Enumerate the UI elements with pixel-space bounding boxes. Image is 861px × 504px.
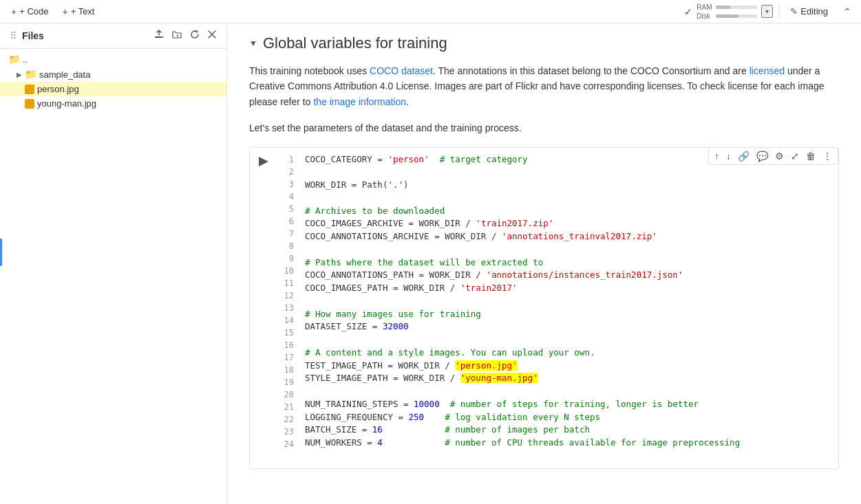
run-button-area <box>250 148 277 468</box>
code-line-12 <box>305 295 833 308</box>
code-line-22: BATCH_SIZE = 16 # number of images per b… <box>305 424 833 437</box>
tree-label-sample-data: sample_data <box>39 69 90 80</box>
disk-bar-fill <box>716 14 738 18</box>
code-line-13: # How many images use for training <box>305 308 833 321</box>
editing-label: Editing <box>800 6 828 17</box>
line-num-11: 11 <box>277 277 299 289</box>
code-line-19 <box>305 385 833 398</box>
resource-bars: RAM Disk <box>697 3 757 20</box>
add-text-button[interactable]: + + Text <box>56 3 100 20</box>
folder-arrow-sample-data: ▶ <box>17 71 22 78</box>
code-line-24 <box>305 450 833 463</box>
file-icon-young-man-jpg <box>25 99 34 109</box>
line-num-18: 18 <box>277 364 299 376</box>
add-code-button[interactable]: + + Code <box>6 3 54 20</box>
toolbar-left: + + Code + + Text <box>6 3 100 20</box>
code-line-17: TEST_IMAGE_PATH = WORK_DIR / 'person.jpg… <box>305 360 833 373</box>
line-num-2: 2 <box>277 166 299 178</box>
ram-label: RAM <box>697 3 713 11</box>
tree-label-parent: .. <box>23 54 28 65</box>
code-line-3: WORK_DIR = Path('.') <box>305 179 833 192</box>
code-line-7: COCO_ANNOTATIONS_ARCHIVE = WORK_DIR / 'a… <box>305 230 833 243</box>
code-line-6: COCO_IMAGES_ARCHIVE = WORK_DIR / 'train2… <box>305 217 833 230</box>
file-icon-person-jpg <box>25 85 34 94</box>
close-icon <box>207 30 217 39</box>
comment-button[interactable]: 💬 <box>754 149 771 163</box>
section-collapse-triangle[interactable]: ▼ <box>249 39 257 48</box>
delete-button[interactable]: 🗑 <box>803 149 818 163</box>
tree-item-person-jpg[interactable]: person.jpg <box>0 82 226 96</box>
line-num-15: 15 <box>277 327 299 339</box>
line-num-10: 10 <box>277 265 299 277</box>
line-num-6: 6 <box>277 215 299 228</box>
expand-button[interactable]: ⤢ <box>788 149 802 163</box>
run-cell-button[interactable] <box>255 153 272 170</box>
notebook-section: ▼ Global variables for training This tra… <box>227 23 861 485</box>
top-toolbar: + + Code + + Text ✓ RAM Disk <box>0 0 861 23</box>
code-editor[interactable]: COCO_CATEGORY = 'person' # target catego… <box>299 148 838 468</box>
line-num-19: 19 <box>277 376 299 388</box>
sidebar: ⠿ Files <box>0 23 227 504</box>
text-paragraph-2: Let's set the parameters of the dataset … <box>249 120 839 135</box>
image-information-link[interactable]: the image information <box>313 96 406 107</box>
settings-button[interactable]: ⚙ <box>772 149 787 163</box>
upload-file-button[interactable] <box>152 28 166 44</box>
new-folder-button[interactable] <box>170 28 184 44</box>
line-num-21: 21 <box>277 401 299 413</box>
code-line-20: NUM_TRAINING_STEPS = 10000 # number of s… <box>305 398 833 411</box>
line-num-7: 7 <box>277 228 299 240</box>
tree-item-sample-data[interactable]: ▶ 📁 sample_data <box>0 67 226 82</box>
editing-button[interactable]: ✎ Editing <box>785 3 833 19</box>
more-options-button[interactable]: ⋮ <box>820 149 835 163</box>
sidebar-header: ⠿ Files <box>0 23 226 49</box>
resource-dropdown-button[interactable]: ▾ <box>761 5 773 18</box>
code-cell: ↑ ↓ 🔗 💬 ⚙ ⤢ 🗑 ⋮ 1 <box>249 147 839 469</box>
code-line-18: STYLE_IMAGE_PATH = WORK_DIR / 'young-man… <box>305 372 833 385</box>
collapse-panel-button[interactable]: ⌃ <box>839 5 855 19</box>
line-num-4: 4 <box>277 190 299 203</box>
move-up-button[interactable]: ↑ <box>712 149 722 163</box>
tree-label-person-jpg: person.jpg <box>37 84 79 94</box>
code-line-23: NUM_WORKERS = 4 # number of CPU threads … <box>305 437 833 450</box>
disk-bar-track <box>716 14 757 18</box>
ram-disk-widget: ✓ RAM Disk ▾ <box>684 3 773 20</box>
ram-bar-track <box>716 6 757 9</box>
disk-label: Disk <box>697 12 713 20</box>
code-cell-body: 1 2 3 4 5 6 7 8 9 10 11 12 13 14 <box>250 148 838 468</box>
drag-handle-icon[interactable]: ⠿ <box>8 29 18 43</box>
line-num-9: 9 <box>277 252 299 265</box>
line-num-20: 20 <box>277 388 299 401</box>
refresh-button[interactable] <box>188 28 202 44</box>
disk-bar-row: Disk <box>697 12 757 20</box>
code-line-2 <box>305 166 833 179</box>
line-num-24: 24 <box>277 438 299 450</box>
close-sidebar-button[interactable] <box>206 28 218 44</box>
code-line-8 <box>305 243 833 256</box>
code-cell-toolbar: ↑ ↓ 🔗 💬 ⚙ ⤢ 🗑 ⋮ <box>708 147 838 165</box>
line-num-22: 22 <box>277 413 299 426</box>
text-end-link3: . <box>406 96 409 107</box>
sidebar-actions <box>152 28 218 44</box>
code-line-10: COCO_ANNOTATIONS_PATH = WORK_DIR / 'anno… <box>305 269 833 282</box>
code-line-4 <box>305 192 833 205</box>
add-text-label: + Text <box>71 6 95 17</box>
code-line-9: # Paths where the dataset will be extrac… <box>305 256 833 270</box>
coco-dataset-link[interactable]: COCO dataset <box>370 65 433 76</box>
code-line-11: COCO_IMAGES_PATH = WORK_DIR / 'train2017… <box>305 282 833 295</box>
move-down-button[interactable]: ↓ <box>723 149 734 163</box>
link-button[interactable]: 🔗 <box>735 149 752 163</box>
licensed-link[interactable]: licensed <box>750 65 785 76</box>
line-num-17: 17 <box>277 351 299 364</box>
refresh-icon <box>189 29 200 40</box>
ram-bar-fill <box>716 6 730 9</box>
run-triangle-icon <box>259 157 268 166</box>
sidebar-title: Files <box>22 30 44 41</box>
line-num-13: 13 <box>277 302 299 314</box>
tree-item-parent[interactable]: 📁 .. <box>0 52 226 67</box>
folder-icon-sample-data: 📁 <box>25 69 36 80</box>
tree-item-young-man-jpg[interactable]: young-man.jpg <box>0 96 226 111</box>
ram-bar-row: RAM <box>697 3 757 11</box>
pencil-icon: ✎ <box>790 6 798 17</box>
divider <box>778 5 779 19</box>
code-line-15 <box>305 333 833 347</box>
